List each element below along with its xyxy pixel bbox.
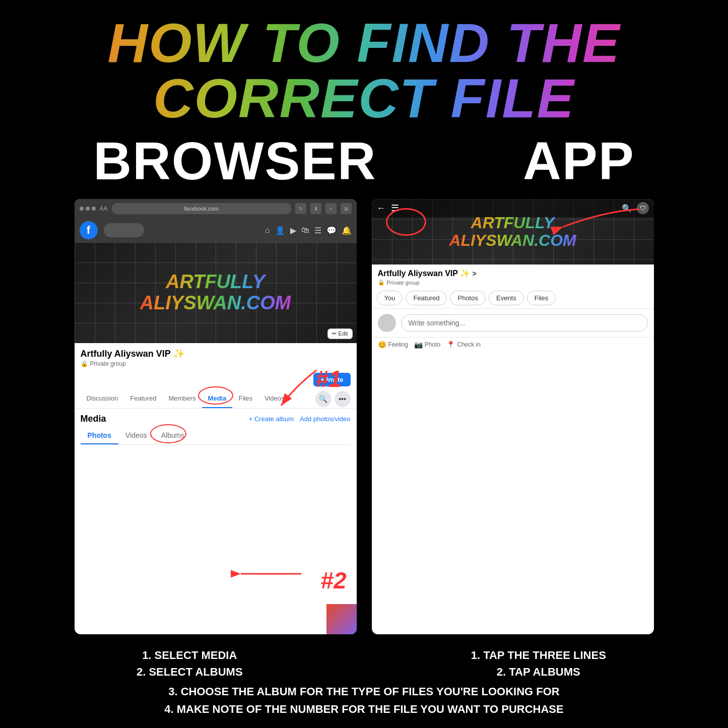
write-something-input[interactable]: Write something... [401,314,648,332]
feeling-label: Feeling [388,341,408,348]
media-sub-tabs: Photos Videos Albums [81,427,351,445]
tab-members[interactable]: Members [162,389,202,408]
share-icon[interactable]: ⬆ [310,203,321,214]
more-button[interactable]: ••• [335,391,351,407]
edit-button[interactable]: ✏ Edit [327,328,352,339]
checkin-label: Check in [457,341,481,348]
app-arrow [543,202,644,247]
browser-nav-icons: ↻ ⬆ + ⊞ [295,203,352,214]
subtab-photos[interactable]: Photos [81,427,118,444]
subtab-videos[interactable]: Videos [118,427,154,444]
create-album-link[interactable]: + Create album [249,415,294,423]
media-links: + Create album Add photos/video [249,415,351,423]
add-tab-icon[interactable]: + [325,203,337,214]
app-instruction-2: 2. TAP ALBUMS [369,664,708,680]
edit-label: ✏ Edit [332,330,348,337]
app-tab-files[interactable]: Files [527,291,556,305]
photo-label: Photo [425,341,440,348]
add-photos-link[interactable]: Add photos/video [300,415,350,423]
app-group-name: Artfully Aliyswan VIP ✨ > [378,269,648,278]
app-label: APP [523,131,635,191]
arrow-2 [231,559,306,589]
app-screenshot: ← ☰ 🔍 🛡 ARTFULLY ALIYSWAN.COM [372,199,654,634]
fb-header: f ⌂ 👤 ▶ 🛍 ☰ 💬 🔔 [75,218,357,242]
refresh-icon[interactable]: ↻ [295,203,306,214]
shared-instructions: 3. CHOOSE THE ALBUM FOR THE TYPE OF FILE… [20,683,708,718]
menu-icon[interactable]: ☰ [314,226,321,235]
hamburger-icon[interactable]: ☰ [391,203,399,214]
app-instructions: 1. TAP THE THREE LINES 2. TAP ALBUMS [369,647,708,680]
browser-url-bar[interactable]: facebook.com [112,203,291,214]
screenshots-row: AA facebook.com ↻ ⬆ + ⊞ f ⌂ 👤 ▶ [20,199,708,634]
group-name: Artfully Aliyswan VIP ✨ [81,348,351,359]
tab-featured[interactable]: Featured [124,389,162,408]
tab-discussion[interactable]: Discussion [81,389,124,408]
instructions-row: 1. SELECT MEDIA 2. SELECT ALBUMS 1. TAP … [20,647,708,680]
lock-icon: 🔒 [81,360,88,367]
photo-action[interactable]: 📷 Photo [414,341,440,349]
fb-search-box[interactable] [104,223,144,237]
app-actions: 😊 Feeling 📷 Photo 📍 Check in [372,337,654,352]
store-icon[interactable]: 🛍 [301,226,309,235]
app-lock-icon: 🔒 [378,279,385,286]
media-circle [198,386,233,405]
tab-media[interactable]: Media [202,389,233,408]
user-avatar [378,314,396,332]
app-tab-featured[interactable]: Featured [406,291,447,305]
browser-instructions: 1. SELECT MEDIA 2. SELECT ALBUMS [20,647,359,680]
app-tab-events[interactable]: Events [489,291,524,305]
checkin-icon: 📍 [446,341,455,349]
app-group-private: 🔒 Private group [378,279,648,286]
cover-image: ARTFULLY ALIYSWAN.COM ✏ Edit [75,242,357,343]
facebook-logo: f [80,221,98,239]
main-container: HOW TO FIND THE CORRECT FILE BROWSER APP… [0,0,728,728]
browser-label: BROWSER [93,131,376,191]
back-icon[interactable]: ← [377,203,386,214]
shared-instruction-4: 4. MAKE NOTE OF THE NUMBER FOR THE FILE … [20,700,708,718]
feeling-action[interactable]: 😊 Feeling [378,341,408,349]
browser-screenshot: AA facebook.com ↻ ⬆ + ⊞ f ⌂ 👤 ▶ [75,199,357,634]
media-thumbnail [326,604,357,634]
section-headers: BROWSER APP [20,131,708,191]
app-tab-photos[interactable]: Photos [450,291,485,305]
browser-bar: AA facebook.com ↻ ⬆ + ⊞ [75,199,357,218]
home-icon[interactable]: ⌂ [265,226,270,235]
dot-2 [86,207,90,211]
app-write-row: Write something... [372,309,654,337]
browser-url-text: facebook.com [184,206,218,212]
arrow-1 [266,365,326,416]
notification-icon[interactable]: 🔔 [342,226,352,235]
media-title: Media [81,414,106,424]
app-tabs: You Featured Photos Events Files [372,288,654,309]
subtab-albums[interactable]: Albums [154,427,192,444]
annotation-2: #2 [320,567,346,594]
feeling-icon: 😊 [378,341,386,349]
messenger-icon[interactable]: 💬 [326,226,337,235]
photo-icon: 📷 [414,341,423,349]
main-title: HOW TO FIND THE CORRECT FILE [20,15,708,126]
dot-1 [80,207,84,211]
cover-title-text: ARTFULLY ALIYSWAN.COM [140,272,291,314]
dot-3 [92,207,96,211]
fb-nav-icons: ⌂ 👤 ▶ 🛍 ☰ 💬 🔔 [265,226,352,235]
browser-aa-label: AA [100,205,108,212]
app-group-info: Artfully Aliyswan VIP ✨ > 🔒 Private grou… [372,264,654,288]
cover-line2: ALIYSWAN.COM [140,292,291,313]
app-tab-you[interactable]: You [377,291,403,305]
albums-circle [150,424,186,443]
friends-icon[interactable]: 👤 [275,226,285,235]
tab-files[interactable]: Files [232,389,258,408]
checkin-action[interactable]: 📍 Check in [446,341,481,349]
title-row: HOW TO FIND THE CORRECT FILE [20,15,708,126]
cover-line1: ARTFULLY [166,271,265,292]
watch-icon[interactable]: ▶ [290,226,296,235]
browser-instruction-1: 1. SELECT MEDIA [20,647,359,664]
shared-instruction-3: 3. CHOOSE THE ALBUM FOR THE TYPE OF FILE… [20,683,708,700]
app-header: ← ☰ 🔍 🛡 ARTFULLY ALIYSWAN.COM [372,199,654,264]
browser-instruction-2: 2. SELECT ALBUMS [20,664,359,680]
app-instruction-1: 1. TAP THE THREE LINES [369,647,708,664]
browser-dots [80,207,96,211]
tabs-icon[interactable]: ⊞ [341,203,352,214]
